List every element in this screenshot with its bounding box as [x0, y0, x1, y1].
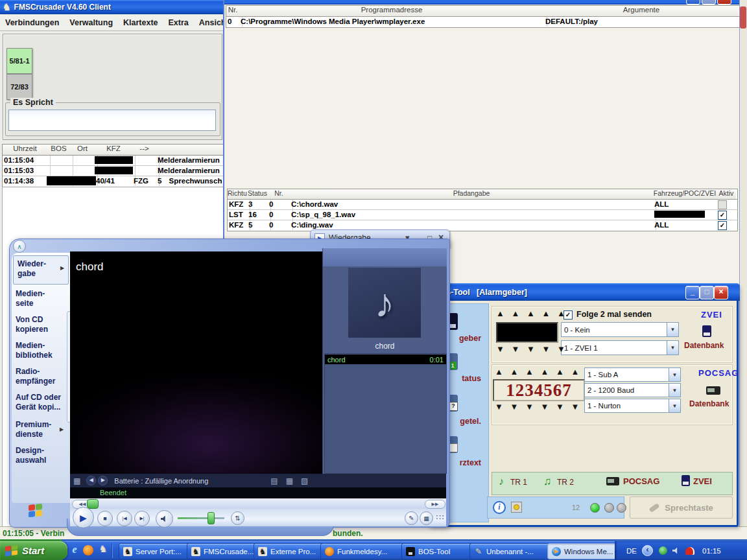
seek-thumb[interactable]	[87, 499, 99, 509]
col-programmadresse[interactable]: Programmadresse	[239, 6, 545, 16]
col-bos[interactable]: BOS	[47, 145, 71, 155]
aktiv-checkbox[interactable]: ✓	[718, 211, 727, 220]
sidebar-item-medienbibliothek[interactable]: Medien- bibliothek	[16, 341, 66, 360]
pocsag-datenbank-label[interactable]: Datenbank	[689, 399, 729, 408]
settings-key-icon[interactable]	[511, 502, 522, 513]
previous-button[interactable]: |◀	[117, 511, 132, 526]
previous-visualization-button[interactable]: ◀	[86, 476, 96, 485]
dropdown-arrow-icon[interactable]: ▼	[669, 384, 680, 397]
col-status[interactable]: Status	[247, 189, 268, 199]
sprechtaste-button[interactable]: Sprechtaste	[630, 496, 733, 519]
mute-button[interactable]	[156, 510, 173, 528]
bos-close-button[interactable]: ×	[714, 286, 728, 299]
info-icon[interactable]: i	[493, 501, 506, 514]
color-chooser-button[interactable]: ▦	[420, 511, 433, 525]
pocsag-down-spinners[interactable]: ▼ ▼ ▼ ▼ ▼ ▼ ▼	[495, 402, 595, 412]
zvei-series-combo[interactable]: 1 - ZVEI 1 ▼	[561, 340, 679, 355]
col-kfz[interactable]: KFZ	[95, 145, 133, 155]
wav-row[interactable]: KFZ 5 0 C:\ding.wav ALL ✓	[228, 220, 737, 230]
viz-select-icon[interactable]: ▦	[73, 476, 80, 485]
volume-track[interactable]	[178, 517, 224, 519]
aktiv-checkbox[interactable]: ✓	[718, 221, 727, 230]
volume-tray-icon[interactable]	[672, 548, 680, 554]
wav-row[interactable]: LST 16 0 C:\sp_q_98_1.wav ✓	[228, 210, 737, 220]
sidebar-item-von-cd-kopieren[interactable]: Von CD kopieren	[16, 315, 66, 334]
toggle-enhancements-button[interactable]: ⇅	[231, 511, 244, 525]
start-button[interactable]: Start	[0, 541, 67, 560]
playlist-area[interactable]: chord 0:01	[324, 353, 447, 474]
video-area[interactable]: chord	[70, 251, 322, 474]
col-arrow[interactable]: -->	[132, 145, 157, 155]
volume-thumb[interactable]	[208, 512, 215, 524]
taskbar-button-funkmeldesystem[interactable]: Funkmeldesy...	[320, 543, 407, 559]
sidebar-item-radioempfaenger[interactable]: Radio- empfänger	[16, 367, 66, 386]
sidebar-item-wiedergabe[interactable]: Wieder- gabe ▶	[13, 255, 69, 285]
es-spricht-field[interactable]	[8, 110, 216, 131]
taskbar-button-windows-media-player[interactable]: ▶ Windows Me...	[547, 543, 619, 559]
col-nr[interactable]: Nr.	[226, 6, 240, 16]
quicklaunch-ie-icon[interactable]: e	[69, 544, 80, 555]
show-title-icon[interactable]: ▤	[270, 476, 278, 485]
pocsag-mode-combo[interactable]: 1 - Nurton ▼	[584, 399, 681, 413]
col-argumente[interactable]: Argumente	[544, 6, 739, 16]
col-nr[interactable]: Nr.	[268, 189, 290, 199]
next-visualization-button[interactable]: ▶	[98, 476, 108, 485]
play-button[interactable]: ▶	[73, 507, 94, 528]
zvei-datenbank-label[interactable]: Datenbank	[684, 341, 724, 350]
col-aktiv[interactable]: Aktiv	[717, 189, 736, 199]
pocsag-send-button[interactable]: POCSAG	[623, 476, 659, 486]
stop-button[interactable]: ■	[97, 511, 113, 526]
sidebar-item-medienseite[interactable]: Medien- seite	[16, 289, 66, 309]
folge-checkbox-label[interactable]: Folge 2 mal senden	[576, 310, 652, 319]
dropdown-arrow-icon[interactable]: ▼	[669, 368, 680, 381]
taskbar-button-bos-tool[interactable]: BOS-Tool	[401, 543, 475, 559]
col-fahrzeug[interactable]: Fahrzeug/POC/ZVEI	[653, 189, 717, 199]
menu-klartexte[interactable]: Klartexte	[118, 18, 163, 27]
menu-verbindungen[interactable]: Verbindungen	[0, 18, 64, 27]
pocsag-up-spinners[interactable]: ▲ ▲ ▲ ▲ ▲ ▲ ▲	[495, 367, 595, 377]
language-indicator[interactable]: DE	[626, 547, 637, 555]
wav-row[interactable]: KFZ 3 0 C:\chord.wav ALL	[228, 200, 737, 210]
zvei-up-spinners[interactable]: ▲ ▲ ▲ ▲ ▲	[496, 309, 565, 318]
dropdown-arrow-icon[interactable]: ▼	[667, 341, 678, 355]
hide-icons-chevron[interactable]: ‹	[642, 545, 653, 556]
pocsag-pager-icon[interactable]	[706, 386, 720, 395]
tr2-button[interactable]: TR 2	[557, 478, 574, 487]
col-ort[interactable]: Ort	[70, 145, 95, 155]
resize-grip[interactable]: :::	[436, 513, 445, 520]
zvei-datenbank-icon[interactable]	[702, 325, 711, 337]
ext-maximize-button[interactable]	[702, 0, 716, 5]
sidebar-item-auf-cd-kopieren[interactable]: Auf CD oder Gerät kopi...	[16, 393, 66, 412]
pocsag-baud-combo[interactable]: 2 - 1200 Baud ▼	[584, 383, 681, 397]
col-text[interactable]	[156, 145, 223, 155]
taskbar-button-server-port[interactable]: ♞ Server Port:...	[119, 543, 193, 559]
autohide-menubar-button[interactable]: ∧	[13, 240, 26, 253]
col-richtung[interactable]: Richtu...	[228, 189, 248, 199]
quicklaunch-app-icon[interactable]: ♞	[97, 543, 109, 555]
dropdown-arrow-icon[interactable]: ▼	[669, 399, 680, 412]
show-playlist-icon[interactable]: ▧	[301, 476, 308, 485]
dropdown-arrow-icon[interactable]: ▼	[667, 323, 678, 336]
menu-verwaltung[interactable]: Verwaltung	[64, 18, 118, 27]
bos-maximize-button[interactable]: □	[700, 286, 714, 299]
col-uhrzeit[interactable]: Uhrzeit	[3, 145, 48, 155]
playlist-item-selected[interactable]: chord 0:01	[325, 355, 446, 364]
taskbar-button-externe-programme[interactable]: ♞ Externe Pro...	[254, 543, 326, 559]
ext-minimize-button[interactable]	[686, 0, 700, 5]
sidebar-item-premiumdienste[interactable]: Premium- dienste	[16, 420, 66, 439]
aktiv-checkbox[interactable]	[718, 200, 727, 209]
ink-options-button[interactable]: ✎	[405, 511, 418, 525]
taskbar-button-unbenannt[interactable]: ✎ Unbenannt -...	[469, 543, 553, 559]
fullscreen-icon[interactable]: ▦	[286, 476, 293, 485]
zvei-tone-combo[interactable]: 0 - Kein ▼	[561, 322, 679, 337]
menu-extra[interactable]: Extra	[163, 18, 194, 27]
folge-checkbox[interactable]: ✓	[563, 310, 573, 320]
fms-status-badge-green[interactable]: 5/81-1	[6, 48, 32, 74]
bos-minimize-button[interactable]: _	[685, 286, 700, 299]
col-pfadangabe[interactable]: Pfadangabe	[290, 189, 654, 199]
fms-status-badge-gray[interactable]: 72/83	[6, 74, 32, 100]
zvei-send-button[interactable]: ZVEI	[693, 476, 712, 486]
quicklaunch-firefox-icon[interactable]	[83, 545, 93, 555]
zvei-down-spinners[interactable]: ▼ ▼ ▼ ▼ ▼	[496, 344, 565, 354]
avira-tray-icon[interactable]	[685, 547, 694, 555]
